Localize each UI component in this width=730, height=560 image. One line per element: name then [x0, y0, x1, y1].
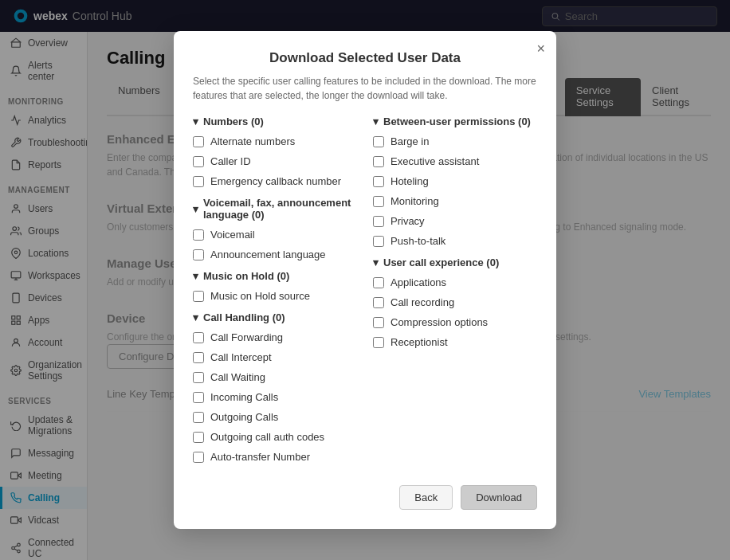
- checkbox-barge-in: Barge in: [373, 134, 537, 149]
- between-user-section-header[interactable]: ▾ Between-user permissions (0): [373, 116, 537, 127]
- modal-columns: ▾ Numbers (0) Alternate numbers Caller I…: [193, 116, 537, 469]
- chevron-down-icon: ▾: [193, 116, 198, 127]
- announcement-language-checkbox[interactable]: [193, 249, 204, 260]
- voicemail-section-label: Voicemail, fax, announcement language (0…: [203, 197, 357, 221]
- numbers-section-label: Numbers (0): [203, 116, 264, 127]
- modal-description: Select the specific user calling feature…: [193, 74, 537, 103]
- applications-checkbox[interactable]: [373, 277, 384, 288]
- checkbox-compression-options: Compression options: [373, 315, 537, 330]
- monitoring-checkbox[interactable]: [373, 196, 384, 207]
- alternate-numbers-label: Alternate numbers: [210, 135, 295, 147]
- checkbox-outgoing-call-auth: Outgoing call auth codes: [193, 429, 357, 444]
- incoming-calls-label: Incoming Calls: [210, 391, 278, 403]
- call-intercept-label: Call Intercept: [210, 351, 272, 363]
- checkbox-auto-transfer: Auto-transfer Number: [193, 449, 357, 464]
- modal-footer: Back Download: [193, 485, 537, 510]
- checkbox-executive-assistant: Executive assistant: [373, 154, 537, 169]
- caller-id-checkbox[interactable]: [193, 156, 204, 167]
- call-forwarding-label: Call Forwarding: [210, 331, 283, 343]
- hoteling-checkbox[interactable]: [373, 176, 384, 187]
- modal-dialog: × Download Selected User Data Select the…: [174, 31, 556, 529]
- emergency-callback-checkbox[interactable]: [193, 176, 204, 187]
- checkbox-call-waiting: Call Waiting: [193, 370, 357, 385]
- push-to-talk-checkbox[interactable]: [373, 236, 384, 247]
- voicemail-section-header[interactable]: ▾ Voicemail, fax, announcement language …: [193, 197, 357, 221]
- alternate-numbers-checkbox[interactable]: [193, 136, 204, 147]
- call-waiting-checkbox[interactable]: [193, 372, 204, 383]
- call-recording-label: Call recording: [391, 296, 454, 308]
- checkbox-call-intercept: Call Intercept: [193, 350, 357, 365]
- outgoing-calls-checkbox[interactable]: [193, 412, 204, 423]
- barge-in-checkbox[interactable]: [373, 136, 384, 147]
- call-waiting-label: Call Waiting: [210, 371, 265, 383]
- checkbox-applications: Applications: [373, 275, 537, 290]
- music-on-hold-section-label: Music on Hold (0): [203, 270, 289, 282]
- compression-options-label: Compression options: [391, 316, 488, 328]
- applications-label: Applications: [391, 276, 446, 288]
- push-to-talk-label: Push-to-talk: [391, 235, 445, 247]
- checkbox-call-forwarding: Call Forwarding: [193, 330, 357, 345]
- receptionist-label: Receptionist: [391, 336, 448, 348]
- checkbox-privacy: Privacy: [373, 213, 537, 229]
- music-on-hold-section-header[interactable]: ▾ Music on Hold (0): [193, 270, 357, 282]
- executive-assistant-label: Executive assistant: [391, 155, 479, 167]
- hoteling-label: Hoteling: [391, 175, 429, 187]
- call-intercept-checkbox[interactable]: [193, 352, 204, 363]
- voicemail-label: Voicemail: [210, 229, 255, 241]
- checkbox-outgoing-calls: Outgoing Calls: [193, 409, 357, 425]
- privacy-checkbox[interactable]: [373, 216, 384, 227]
- checkbox-push-to-talk: Push-to-talk: [373, 233, 537, 249]
- chevron-down-icon-between-user: ▾: [373, 116, 379, 127]
- checkbox-music-on-hold-source: Music on Hold source: [193, 288, 357, 303]
- executive-assistant-checkbox[interactable]: [373, 156, 384, 167]
- call-handling-section-header[interactable]: ▾ Call Handling (0): [193, 311, 357, 323]
- announcement-language-label: Announcement language: [210, 249, 326, 260]
- call-handling-section-label: Call Handling (0): [203, 311, 285, 323]
- auto-transfer-checkbox[interactable]: [193, 452, 204, 463]
- modal-overlay: × Download Selected User Data Select the…: [0, 0, 730, 560]
- checkbox-voicemail: Voicemail: [193, 227, 357, 242]
- monitoring-label: Monitoring: [391, 195, 439, 207]
- chevron-down-icon-voicemail: ▾: [193, 203, 198, 215]
- chevron-down-icon-user-call: ▾: [373, 257, 379, 268]
- checkbox-monitoring: Monitoring: [373, 194, 537, 209]
- user-call-experience-section-header[interactable]: ▾ User call experience (0): [373, 257, 537, 268]
- music-on-hold-source-checkbox[interactable]: [193, 291, 204, 302]
- checkbox-receptionist: Receptionist: [373, 335, 537, 350]
- modal-left-column: ▾ Numbers (0) Alternate numbers Caller I…: [193, 116, 357, 469]
- music-on-hold-source-label: Music on Hold source: [210, 290, 310, 302]
- compression-options-checkbox[interactable]: [373, 317, 384, 328]
- checkbox-caller-id: Caller ID: [193, 154, 357, 169]
- barge-in-label: Barge in: [391, 135, 429, 147]
- modal-title: Download Selected User Data: [193, 50, 537, 66]
- voicemail-checkbox[interactable]: [193, 229, 204, 241]
- privacy-label: Privacy: [391, 215, 425, 227]
- checkbox-call-recording: Call recording: [373, 295, 537, 310]
- between-user-section-label: Between-user permissions (0): [383, 116, 531, 127]
- checkbox-emergency-callback: Emergency callback number: [193, 174, 357, 189]
- back-button[interactable]: Back: [399, 485, 453, 510]
- checkbox-announcement-language: Announcement language: [193, 247, 357, 262]
- emergency-callback-label: Emergency callback number: [210, 175, 341, 187]
- checkbox-hoteling: Hoteling: [373, 174, 537, 189]
- call-recording-checkbox[interactable]: [373, 297, 384, 308]
- checkbox-alternate-numbers: Alternate numbers: [193, 134, 357, 149]
- incoming-calls-checkbox[interactable]: [193, 392, 204, 403]
- checkbox-incoming-calls: Incoming Calls: [193, 390, 357, 405]
- receptionist-checkbox[interactable]: [373, 337, 384, 348]
- call-forwarding-checkbox[interactable]: [193, 332, 204, 343]
- auto-transfer-label: Auto-transfer Number: [210, 451, 310, 463]
- download-button[interactable]: Download: [461, 485, 537, 510]
- outgoing-call-auth-checkbox[interactable]: [193, 432, 204, 443]
- user-call-experience-section-label: User call experience (0): [383, 257, 499, 268]
- chevron-down-icon-music: ▾: [193, 270, 198, 282]
- chevron-down-icon-call-handling: ▾: [193, 311, 198, 323]
- outgoing-call-auth-label: Outgoing call auth codes: [210, 431, 324, 443]
- caller-id-label: Caller ID: [210, 155, 251, 167]
- numbers-section-header[interactable]: ▾ Numbers (0): [193, 116, 357, 127]
- outgoing-calls-label: Outgoing Calls: [210, 411, 278, 423]
- modal-close-button[interactable]: ×: [536, 41, 545, 57]
- modal-right-column: ▾ Between-user permissions (0) Barge in …: [373, 116, 537, 469]
